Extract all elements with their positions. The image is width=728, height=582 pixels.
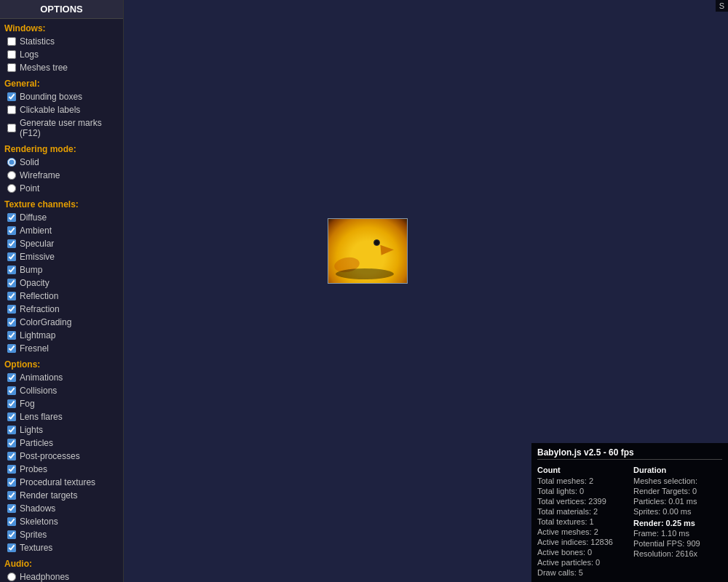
options-particles-item[interactable]: Particles [0, 436, 123, 450]
options-textures-item[interactable]: Textures [0, 541, 123, 554]
rendering-solid-radio[interactable] [7, 158, 16, 167]
options-fog-checkbox[interactable] [7, 399, 16, 408]
texture-diffuse-item[interactable]: Diffuse [0, 211, 123, 224]
stats-render-targets: Render Targets: 0 [633, 486, 722, 496]
options-animations-item[interactable]: Animations [0, 371, 123, 384]
texture-lightmap-checkbox[interactable] [7, 331, 16, 340]
texture-specular-item[interactable]: Specular [0, 237, 123, 250]
options-probes-label: Probes [20, 464, 47, 474]
corner-label: S [716, 0, 728, 12]
texture-ambient-checkbox[interactable] [7, 226, 16, 235]
texture-colorgrading-checkbox[interactable] [7, 318, 16, 327]
options-post-processes-checkbox[interactable] [7, 452, 16, 461]
rendering-point-label: Point [20, 183, 39, 194]
options-collisions-checkbox[interactable] [7, 386, 16, 395]
windows-statistics-checkbox[interactable] [7, 37, 16, 46]
options-lights-label: Lights [20, 425, 43, 435]
texture-lightmap-item[interactable]: Lightmap [0, 329, 123, 342]
rendering-wireframe-item[interactable]: Wireframe [0, 169, 123, 182]
rendering-solid-label: Solid [20, 157, 39, 167]
options-lights-checkbox[interactable] [7, 426, 16, 434]
texture-reflection-item[interactable]: Reflection [0, 290, 123, 303]
texture-diffuse-checkbox[interactable] [7, 213, 16, 222]
stats-total-materials: Total materials: 2 [537, 506, 626, 517]
options-fog-item[interactable]: Fog [0, 397, 123, 410]
windows-logs-checkbox[interactable] [7, 50, 16, 59]
options-animations-label: Animations [20, 372, 63, 383]
stats-count-col: Count Total meshes: 2 Total lights: 0 To… [537, 463, 626, 578]
options-lens-flares-checkbox[interactable] [7, 412, 16, 421]
texture-refraction-checkbox[interactable] [7, 305, 16, 314]
rendering-wireframe-radio[interactable] [7, 171, 16, 180]
options-procedural-textures-checkbox[interactable] [7, 478, 16, 487]
stats-active-bones: Active bones: 0 [537, 547, 626, 557]
stats-duration-header: Duration [633, 466, 722, 474]
texture-opacity-item[interactable]: Opacity [0, 276, 123, 290]
options-sprites-label: Sprites [20, 530, 47, 540]
stats-resolution: Resolution: 2616x [633, 549, 722, 559]
options-post-processes-label: Post-processes [20, 451, 80, 461]
options-post-processes-item[interactable]: Post-processes [0, 450, 123, 463]
texture-colorgrading-item[interactable]: ColorGrading [0, 316, 123, 329]
stats-draw-calls: Draw calls: 5 [537, 567, 626, 578]
texture-ambient-label: Ambient [20, 226, 52, 236]
rendering-solid-item[interactable]: Solid [0, 156, 123, 169]
texture-fresnel-item[interactable]: Fresnel [0, 342, 123, 355]
options-shadows-checkbox[interactable] [7, 504, 16, 513]
section-texture-title: Texture channels: [0, 195, 123, 211]
options-textures-checkbox[interactable] [7, 543, 16, 552]
options-collisions-item[interactable]: Collisions [0, 384, 123, 397]
general-bounding-boxes-item[interactable]: Bounding boxes [0, 90, 123, 103]
options-skeletons-item[interactable]: Skeletons [0, 515, 123, 528]
options-animations-checkbox[interactable] [7, 373, 16, 382]
options-shadows-item[interactable]: Shadows [0, 502, 123, 515]
texture-emissive-item[interactable]: Emissive [0, 250, 123, 263]
options-sprites-checkbox[interactable] [7, 530, 16, 539]
options-particles-checkbox[interactable] [7, 439, 16, 447]
general-clickable-labels-label: Clickable labels [20, 105, 80, 115]
windows-statistics-item[interactable]: Statistics [0, 35, 123, 48]
texture-emissive-checkbox[interactable] [7, 252, 16, 261]
options-lens-flares-item[interactable]: Lens flares [0, 410, 123, 423]
windows-statistics-label: Statistics [20, 36, 55, 47]
texture-refraction-label: Refraction [20, 304, 60, 314]
texture-reflection-label: Reflection [20, 291, 58, 301]
general-user-marks-item[interactable]: Generate user marks (F12) [0, 116, 123, 140]
windows-meshes-tree-label: Meshes tree [20, 63, 68, 73]
windows-meshes-tree-item[interactable]: Meshes tree [0, 61, 123, 74]
texture-bump-checkbox[interactable] [7, 266, 16, 274]
texture-specular-checkbox[interactable] [7, 239, 16, 248]
windows-meshes-tree-checkbox[interactable] [7, 63, 16, 72]
general-user-marks-label: Generate user marks (F12) [20, 118, 119, 138]
options-probes-checkbox[interactable] [7, 465, 16, 474]
texture-ambient-item[interactable]: Ambient [0, 224, 123, 237]
audio-headphones-item[interactable]: Headphones [0, 570, 123, 582]
general-bounding-boxes-checkbox[interactable] [7, 92, 16, 101]
texture-bump-item[interactable]: Bump [0, 263, 123, 276]
viewport: S Babylon.js v2.5 - 60 fps Count Total m… [124, 0, 728, 582]
options-lights-item[interactable]: Lights [0, 423, 123, 436]
duck-mesh [328, 219, 407, 283]
options-sprites-item[interactable]: Sprites [0, 528, 123, 541]
audio-headphones-radio[interactable] [7, 573, 16, 581]
stats-render-duration: Render: 0.25 ms [633, 518, 722, 528]
options-skeletons-checkbox[interactable] [7, 517, 16, 526]
texture-reflection-checkbox[interactable] [7, 292, 16, 300]
options-render-targets-checkbox[interactable] [7, 491, 16, 500]
sidebar: OPTIONS Windows: Statistics Logs Meshes … [0, 0, 124, 582]
rendering-point-radio[interactable] [7, 184, 16, 193]
texture-refraction-item[interactable]: Refraction [0, 303, 123, 316]
general-user-marks-checkbox[interactable] [7, 124, 16, 132]
texture-fresnel-checkbox[interactable] [7, 344, 16, 353]
options-procedural-textures-item[interactable]: Procedural textures [0, 476, 123, 489]
options-lens-flares-label: Lens flares [20, 412, 63, 422]
general-clickable-labels-item[interactable]: Clickable labels [0, 103, 123, 116]
windows-logs-item[interactable]: Logs [0, 48, 123, 61]
rendering-point-item[interactable]: Point [0, 182, 123, 195]
stats-total-vertices: Total vertices: 2399 [537, 496, 626, 506]
texture-opacity-checkbox[interactable] [7, 279, 16, 287]
options-probes-item[interactable]: Probes [0, 463, 123, 476]
options-render-targets-label: Render targets [20, 490, 77, 501]
general-clickable-labels-checkbox[interactable] [7, 105, 16, 114]
options-render-targets-item[interactable]: Render targets [0, 489, 123, 502]
